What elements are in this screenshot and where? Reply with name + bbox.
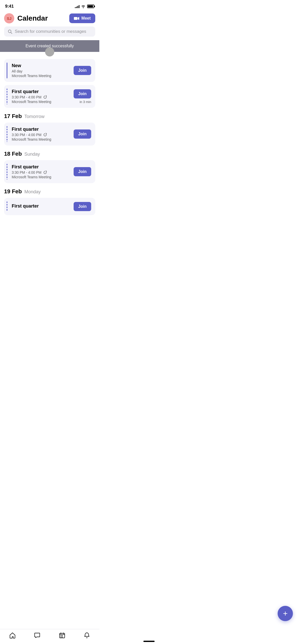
in-time-label: in 3 min: [79, 100, 91, 104]
recurrence-icon: [43, 133, 47, 137]
header: SJ Calendar Meet: [0, 11, 99, 26]
status-icons: [75, 5, 94, 8]
event-card: First quarter 3:30 PM - 4:00 PM Microsof…: [4, 123, 95, 145]
event-card: First quarter 3:30 PM - 4:00 PM Microsof…: [4, 85, 95, 108]
join-button[interactable]: Join: [74, 66, 91, 75]
event-title: First quarter: [12, 203, 74, 209]
event-info: First quarter: [9, 203, 74, 210]
wifi-icon: [81, 5, 86, 8]
event-card: New All day Microsoft Teams Meeting Join: [4, 59, 95, 82]
event-border-solid: [7, 63, 7, 78]
event-info: First quarter 3:30 PM - 4:00 PM Microsof…: [9, 89, 74, 104]
date-day-label: Sunday: [24, 152, 40, 157]
date-section-header: 17 Feb Tomorrow: [4, 113, 95, 120]
event-info: First quarter 3:30 PM - 4:00 PM Microsof…: [9, 164, 74, 179]
event-time: All day: [12, 69, 22, 73]
event-time-row: 3:30 PM - 4:00 PM: [12, 95, 74, 99]
date-day: 19 Feb: [4, 188, 22, 195]
svg-line-2: [11, 33, 12, 34]
meet-button-label: Meet: [82, 16, 91, 21]
event-platform: Microsoft Teams Meeting: [12, 175, 74, 179]
calendar-content: New All day Microsoft Teams Meeting Join…: [0, 52, 99, 244]
date-section-header: 19 Feb Monday: [4, 188, 95, 195]
search-placeholder: Search for communities or messages: [15, 29, 86, 34]
event-time-row: 3:30 PM - 4:00 PM: [12, 133, 74, 137]
event-title: New: [12, 63, 74, 68]
event-right: Join: [74, 129, 91, 139]
event-info: First quarter 3:30 PM - 4:00 PM Microsof…: [9, 127, 74, 141]
page-title: Calendar: [17, 14, 48, 22]
event-title: First quarter: [12, 89, 74, 94]
search-container: Search for communities or messages: [0, 26, 99, 40]
event-border-dashed: [7, 201, 7, 212]
date-day-label: Monday: [24, 189, 41, 195]
join-button[interactable]: Join: [74, 129, 91, 139]
video-camera-icon: [74, 17, 79, 20]
event-time: 3:30 PM - 4:00 PM: [12, 170, 42, 174]
event-border-dashed: [7, 126, 7, 142]
date-day-label: Tomorrow: [24, 114, 45, 119]
event-title: First quarter: [12, 127, 74, 132]
event-right: Join in 3 min: [74, 89, 91, 104]
event-platform: Microsoft Teams Meeting: [12, 137, 74, 141]
header-left: SJ Calendar: [4, 13, 48, 23]
event-platform: Microsoft Teams Meeting: [12, 74, 74, 78]
status-bar: 9:41: [0, 0, 99, 11]
event-time-row: All day: [12, 69, 74, 73]
avatar[interactable]: SJ: [4, 13, 14, 23]
event-card: First quarter Join: [4, 198, 95, 215]
join-button[interactable]: Join: [74, 202, 91, 211]
event-border-dashed: [7, 164, 7, 180]
battery-icon: [87, 5, 94, 8]
join-button[interactable]: Join: [74, 89, 91, 98]
event-card: First quarter 3:30 PM - 4:00 PM Microsof…: [4, 160, 95, 183]
event-time: 3:30 PM - 4:00 PM: [12, 133, 42, 137]
date-section-header: 18 Feb Sunday: [4, 151, 95, 157]
event-title: First quarter: [12, 164, 74, 170]
status-time: 9:41: [5, 4, 14, 9]
date-day: 18 Feb: [4, 151, 22, 157]
event-right: Join: [74, 167, 91, 176]
event-border-dashed: [7, 89, 7, 104]
toast-handle: [45, 47, 54, 56]
search-bar[interactable]: Search for communities or messages: [4, 26, 95, 37]
event-time-row: 3:30 PM - 4:00 PM: [12, 170, 74, 174]
event-platform: Microsoft Teams Meeting: [12, 100, 74, 104]
recurrence-icon: [43, 95, 47, 99]
toast-bar: Event created successfully: [0, 40, 99, 52]
signal-icon: [75, 5, 79, 8]
svg-rect-0: [74, 17, 77, 20]
event-time: 3:30 PM - 4:00 PM: [12, 95, 42, 99]
event-right: Join: [74, 66, 91, 75]
event-right: Join: [74, 202, 91, 211]
join-button[interactable]: Join: [74, 167, 91, 176]
recurrence-icon: [43, 170, 47, 174]
search-icon: [8, 29, 12, 34]
svg-point-1: [8, 30, 11, 33]
event-info: New All day Microsoft Teams Meeting: [9, 63, 74, 78]
date-day: 17 Feb: [4, 113, 22, 120]
meet-button[interactable]: Meet: [69, 13, 95, 23]
